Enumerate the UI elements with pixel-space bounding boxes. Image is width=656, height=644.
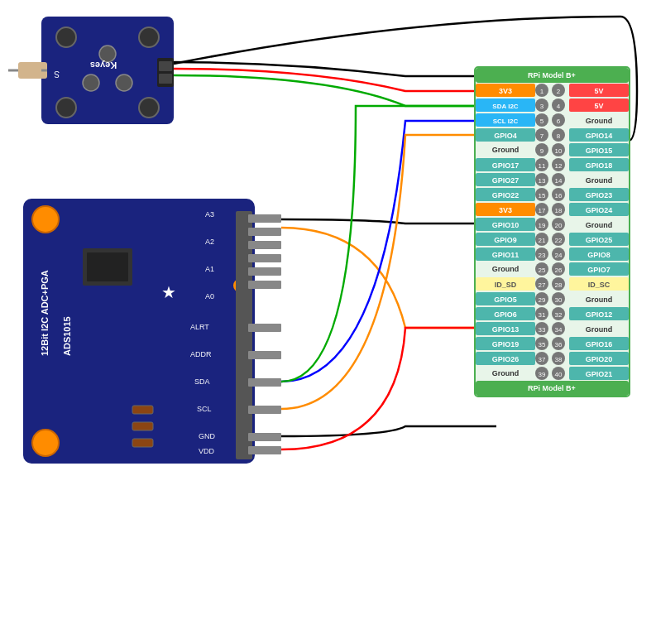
ads-pin-a0: A0 [205,292,214,300]
wire-black-ads-gnd [281,219,496,223]
pin-num-19-text: 19 [539,222,546,229]
ads-pin-addr: ADDR [190,350,212,358]
ads-pin-vdd-h [248,446,281,454]
pin-left-gpio9-label: GPIO9 [494,236,517,244]
wire-green-main [281,106,496,382]
pin-right-gpio15-label: GPIO15 [586,147,613,155]
rpi-label-top-text: RPi Model B+ [528,71,576,79]
pin-left-ground-8-label: Ground [492,369,520,377]
ads-pin-gnd-h [248,433,281,441]
keyes-s-label: S [54,70,60,79]
pin-right-gpio12-label: GPIO12 [586,310,613,319]
pin-num-4-text: 4 [557,103,561,110]
pin-right-ground-3-label: Ground [586,176,613,185]
ads-comp3 [132,439,153,447]
wire-orange-scl [281,135,496,409]
pin-right-gpio18-label: GPIO18 [586,161,613,170]
pin-num-36-text: 36 [555,341,563,348]
ads-model-num: ADS1015 [62,316,72,356]
pin-left-gpio13-label: GPIO13 [492,325,520,334]
pin-left-ground-2-label: Ground [492,146,520,154]
pin-left-sda-label: SDA I2C [492,103,518,110]
keyes-center2 [83,74,99,91]
pin-left-gpio17-label: GPIO17 [492,161,520,170]
pin-left-gpio11-label: GPIO11 [492,251,520,259]
pin-num-32-text: 32 [555,311,563,319]
ads-pin1 [248,214,281,223]
ads-pin2 [248,228,281,236]
pin-num-1-text: 1 [540,88,544,95]
ads-hole-tl [32,206,59,233]
ads-pin-scl-h [248,406,281,414]
wire-orange-ads-3v3 [281,228,496,328]
pin-right-gpio24-label: GPIO24 [586,206,613,214]
pin-num-30-text: 30 [555,296,563,304]
pin-num-17-text: 17 [539,207,546,214]
ads-pin-a1: A1 [205,265,214,273]
pin-num-8-text: 8 [557,132,561,140]
pin-num-37-text: 37 [539,356,546,363]
pin-right-ground-1-label: Ground [586,117,613,125]
pin-right-ground-4-label: Ground [586,221,613,229]
ads-pin3 [248,241,281,249]
pin-num-11-text: 11 [539,162,546,170]
pin-left-3v3-1-label: 3V3 [499,87,512,95]
ads-pin-gnd: GND [199,432,216,440]
pin-right-gpio8-label: GPIO8 [587,251,611,259]
pin-right-5v-2-label: 5V [594,102,603,110]
ads-model-label: 12Bit I2C ADC+PGA [40,270,50,356]
pin-num-39-text: 39 [539,371,546,378]
pin-right-gpio20-label: GPIO20 [586,355,613,363]
pin-right-gpio16-label: GPIO16 [586,340,613,348]
pin-right-gpio25-label: GPIO25 [586,236,613,244]
pin-num-33-text: 33 [539,326,546,334]
ads-pin-a3: A3 [205,210,214,219]
pin-num-23-text: 23 [539,252,546,259]
pin-num-40-text: 40 [555,371,563,378]
keyes-circle2 [56,98,76,118]
keyes-conn2 [159,74,172,84]
pin-left-gpio4-label: GPIO4 [494,132,517,140]
pin-num-12-text: 12 [555,162,563,170]
ads-pin-sda: SDA [194,377,210,386]
ads-pin-vdd: VDD [199,447,215,455]
pin-right-gpio14-label: GPIO14 [586,132,613,140]
ads-pin-addr-h [248,351,281,359]
keyes-circle3 [139,27,159,47]
keyes-circle1 [56,27,76,47]
rpi-label-bottom-text: RPi Model B+ [528,384,576,392]
pin-left-3v3-2-label: 3V3 [499,206,512,214]
pin-num-31-text: 31 [539,311,546,319]
pin-left-gpio26-label: GPIO26 [492,355,520,363]
pin-num-2-text: 2 [557,88,561,95]
ads-star: ★ [161,283,176,301]
wire-black-gnd25 [281,426,496,436]
pin-left-gpio5-label: GPIO5 [494,296,517,304]
pin-right-ground-7-label: Ground [586,325,613,334]
pin-num-18-text: 18 [555,207,563,214]
ads-pin-alrt: ALRT [190,323,209,331]
pin-num-14-text: 14 [555,177,563,185]
keyes-label: Keyes [90,60,117,70]
pin-num-28-text: 28 [555,281,563,289]
pin-num-34-text: 34 [555,326,563,334]
pin-num-22-text: 22 [555,237,563,244]
ads-pin4 [248,254,281,262]
pin-num-15-text: 15 [539,192,546,199]
pin-num-16-text: 16 [555,192,563,199]
pin-left-ground-5-label: Ground [492,265,520,273]
ads-pin-scl: SCL [197,405,212,413]
pin-num-38-text: 38 [555,356,563,363]
pin-num-5-text: 5 [540,118,544,125]
pin-num-24-text: 24 [555,252,563,259]
ads-comp1 [132,406,153,414]
pin-left-gpio10-label: GPIO10 [492,221,520,229]
pin-num-25-text: 25 [539,267,546,274]
wire-blue-sda [281,121,496,382]
pin-left-gpio27-label: GPIO27 [492,176,520,185]
pin-num-35-text: 35 [539,341,546,348]
pin-left-scl-label: SCL I2C [493,118,519,125]
ads-comp2 [132,422,153,430]
keyes-center1 [99,46,116,62]
pin-right-gpio7-label: GPIO7 [587,266,611,274]
